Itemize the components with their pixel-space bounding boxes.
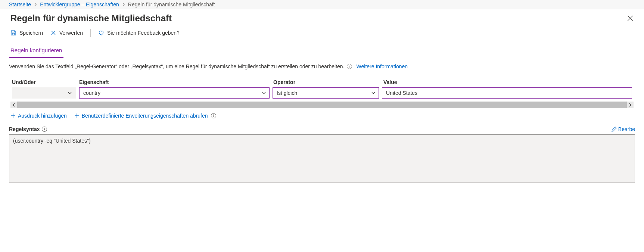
- command-bar: Speichern Verwerfen Sie möchten Feedback…: [0, 26, 644, 41]
- feedback-button[interactable]: Sie möchten Feedback geben?: [98, 30, 180, 36]
- discard-label: Verwerfen: [59, 30, 83, 36]
- info-text: Verwenden Sie das Textfeld „Regel-Genera…: [9, 63, 345, 69]
- info-icon[interactable]: i: [42, 127, 47, 132]
- page-title: Regeln für dynamische Mitgliedschaft: [10, 13, 172, 24]
- plus-icon: [10, 113, 16, 118]
- rule-syntax-label: Regelsyntax: [9, 126, 40, 132]
- discard-button[interactable]: Verwerfen: [50, 30, 83, 36]
- edit-syntax-button[interactable]: Bearbe: [612, 126, 635, 132]
- save-button[interactable]: Speichern: [10, 30, 43, 36]
- operator-dropdown[interactable]: Ist gleich: [273, 87, 379, 99]
- tab-strip: Regeln konfigurieren: [0, 41, 644, 58]
- info-icon[interactable]: i: [211, 113, 216, 118]
- chevron-down-icon: [68, 91, 72, 95]
- info-text-row: Verwenden Sie das Textfeld „Regel-Genera…: [0, 58, 644, 77]
- property-dropdown[interactable]: country: [79, 87, 270, 99]
- rule-builder: Und/Oder Eigenschaft Operator Value coun…: [0, 77, 644, 99]
- horizontal-scrollbar[interactable]: [10, 102, 634, 108]
- and-or-dropdown[interactable]: [12, 87, 76, 99]
- close-icon[interactable]: [627, 15, 634, 22]
- builder-header-row: Und/Oder Eigenschaft Operator Value: [9, 77, 635, 87]
- header-value: Value: [383, 79, 632, 85]
- heart-icon: [98, 30, 104, 36]
- get-extensions-button[interactable]: Benutzerdefinierte Erweiterungseigenscha…: [74, 113, 216, 119]
- property-value: country: [83, 90, 100, 96]
- operator-value: Ist gleich: [277, 90, 297, 96]
- header-and-or: Und/Oder: [12, 79, 79, 85]
- add-expression-label: Ausdruck hinzufügen: [18, 113, 67, 119]
- chevron-right-icon: [34, 3, 37, 6]
- tab-configure-rules[interactable]: Regeln konfigurieren: [9, 47, 63, 58]
- breadcrumb: Startseite Entwicklergruppe – Eigenschaf…: [0, 0, 644, 9]
- save-icon: [10, 30, 16, 36]
- header-operator: Operator: [273, 79, 383, 85]
- learn-more-link[interactable]: Weitere Informationen: [357, 63, 408, 69]
- scroll-track[interactable]: [17, 102, 627, 108]
- breadcrumb-home[interactable]: Startseite: [9, 1, 31, 7]
- header-property: Eigenschaft: [79, 79, 273, 85]
- get-extensions-label: Benutzerdefinierte Erweiterungseigenscha…: [82, 113, 208, 119]
- add-expression-button[interactable]: Ausdruck hinzufügen: [10, 113, 67, 119]
- builder-action-links: Ausdruck hinzufügen Benutzerdefinierte E…: [0, 110, 644, 126]
- rule-syntax-section: Regelsyntax i Bearbe (user.country -eq "…: [0, 126, 644, 192]
- feedback-label: Sie möchten Feedback geben?: [107, 30, 180, 36]
- chevron-down-icon: [262, 91, 266, 95]
- rule-row: country Ist gleich United States: [9, 87, 635, 99]
- breadcrumb-group[interactable]: Entwicklergruppe – Eigenschaften: [40, 1, 119, 7]
- value-text: United States: [386, 90, 417, 96]
- chevron-down-icon: [371, 91, 376, 95]
- save-label: Speichern: [19, 30, 43, 36]
- scroll-left-arrow[interactable]: [10, 102, 17, 108]
- plus-icon: [74, 113, 80, 118]
- breadcrumb-current: Regeln für dynamische Mitgliedschaft: [128, 1, 215, 7]
- toolbar-divider: [90, 29, 91, 37]
- rule-syntax-value: (user.country -eq "United States"): [13, 138, 91, 144]
- pencil-icon: [612, 127, 617, 132]
- close-icon: [50, 30, 56, 36]
- scroll-right-arrow[interactable]: [627, 102, 634, 108]
- edit-syntax-label: Bearbe: [618, 126, 635, 132]
- chevron-right-icon: [122, 3, 125, 6]
- rule-syntax-textarea[interactable]: (user.country -eq "United States"): [9, 134, 635, 183]
- value-input[interactable]: United States: [382, 87, 632, 99]
- info-icon[interactable]: i: [347, 64, 352, 69]
